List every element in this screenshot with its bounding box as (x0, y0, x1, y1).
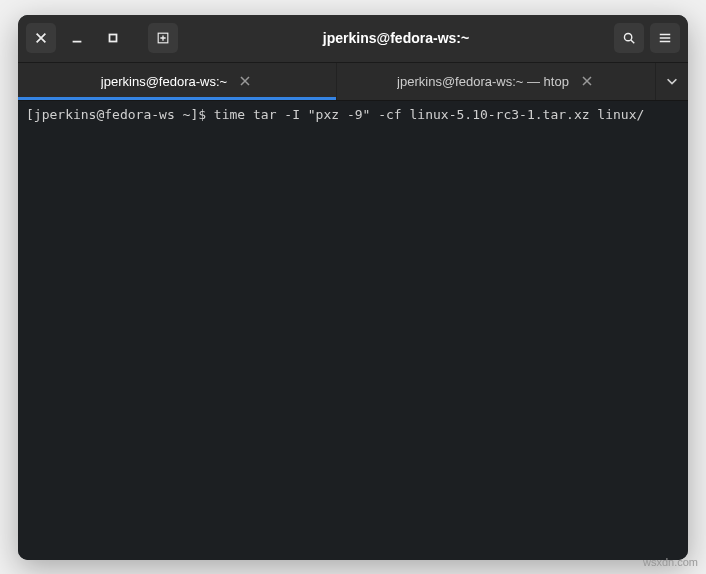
close-icon (240, 76, 250, 86)
tab-1[interactable]: jperkins@fedora-ws:~ (18, 63, 337, 100)
search-icon (622, 31, 636, 45)
maximize-button[interactable] (98, 23, 128, 53)
tab-close-button[interactable] (237, 73, 253, 89)
new-tab-icon (156, 31, 170, 45)
command-text: time tar -I "pxz -9" -cf linux-5.10-rc3-… (214, 107, 644, 122)
window-title: jperkins@fedora-ws:~ (184, 30, 608, 46)
hamburger-icon (658, 31, 672, 45)
new-tab-button[interactable] (148, 23, 178, 53)
watermark: wsxdn.com (643, 556, 698, 568)
close-button[interactable] (26, 23, 56, 53)
tab-label: jperkins@fedora-ws:~ (101, 74, 227, 89)
prompt-close: ]$ (190, 107, 213, 122)
prompt-open: [ (26, 107, 34, 122)
titlebar: jperkins@fedora-ws:~ (18, 15, 688, 63)
close-icon (34, 31, 48, 45)
prompt-user-host: jperkins@fedora-ws (34, 107, 175, 122)
minimize-button[interactable] (62, 23, 92, 53)
prompt-sep (175, 107, 183, 122)
terminal-content[interactable]: [jperkins@fedora-ws ~]$ time tar -I "pxz… (18, 101, 688, 560)
titlebar-right-controls (614, 23, 680, 53)
terminal-window: jperkins@fedora-ws:~ jperkins@fedora-ws:… (18, 15, 688, 560)
tab-close-button[interactable] (579, 73, 595, 89)
tab-2[interactable]: jperkins@fedora-ws:~ — htop (337, 63, 656, 100)
search-button[interactable] (614, 23, 644, 53)
tab-overflow-button[interactable] (656, 63, 688, 100)
close-icon (582, 76, 592, 86)
svg-rect-0 (110, 35, 117, 42)
chevron-down-icon (665, 74, 679, 88)
minimize-icon (70, 31, 84, 45)
tab-bar: jperkins@fedora-ws:~ jperkins@fedora-ws:… (18, 63, 688, 101)
maximize-icon (106, 31, 120, 45)
menu-button[interactable] (650, 23, 680, 53)
tab-label: jperkins@fedora-ws:~ — htop (397, 74, 569, 89)
titlebar-left-controls (26, 23, 178, 53)
svg-point-2 (624, 33, 631, 40)
